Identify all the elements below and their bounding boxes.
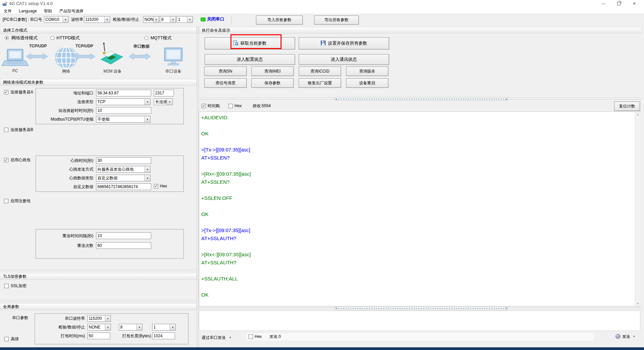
radio-httpd-mode[interactable] (50, 36, 54, 40)
import-params-button[interactable]: 导入所有参数 (256, 15, 303, 25)
send-text-area[interactable] (199, 311, 640, 331)
server-address-input[interactable]: 58.34.63.87 (96, 90, 151, 96)
send-options-strip (247, 333, 593, 341)
conn-type-select[interactable]: TCP▼ (96, 98, 151, 105)
reconnect-times-input[interactable]: 60 (96, 242, 151, 249)
menu-language[interactable]: Language (16, 8, 40, 14)
sp-stopbits-select[interactable]: 1▼ (152, 324, 176, 331)
baud-select[interactable]: 115200▼ (84, 16, 110, 23)
send-button[interactable]: 发送 (622, 333, 630, 340)
chevron-down-icon: ▼ (104, 16, 110, 23)
ssl-label[interactable]: SSL加密 (11, 282, 27, 289)
pack-time-input[interactable]: 50 (87, 333, 110, 339)
radio-mqtt-mode[interactable] (144, 36, 148, 40)
enter-comm-button[interactable]: 进入通讯状态 (299, 54, 389, 65)
hb-hex-label[interactable]: Hex (160, 183, 167, 189)
reconnect-interval-input[interactable]: 10 (96, 232, 151, 239)
sp-parity-select[interactable]: NONE▼ (87, 324, 111, 331)
scroll-down-icon[interactable]: ▾ (635, 301, 640, 306)
query-version-button[interactable]: 查询版本 (346, 67, 388, 76)
factory-reset-button[interactable]: 恢复出厂设置 (299, 78, 341, 88)
httpd-mode-label[interactable]: HTTPD模式 (56, 35, 80, 41)
pack-len-input[interactable]: 1024 (152, 333, 175, 339)
set-save-params-button[interactable]: 设置并保存所有参数 (299, 37, 389, 49)
recv-hex-label[interactable]: Hex (234, 102, 242, 109)
scroll-up-icon[interactable]: ▴ (635, 112, 640, 117)
advanced-label[interactable]: 高级 (11, 336, 19, 342)
radio-transparent-mode[interactable] (5, 36, 9, 40)
timestamp-checkbox[interactable] (202, 104, 206, 108)
hb-way-select[interactable]: 向服务器发送心跳包▼ (96, 166, 151, 173)
register-label[interactable]: 启用注册包 (10, 198, 31, 204)
server-a-label[interactable]: 连接服务器A (10, 89, 33, 95)
mqtt-mode-label[interactable]: MQTT模式 (151, 35, 172, 41)
chevron-down-icon: ▼ (144, 166, 150, 172)
query-sn-button[interactable]: 查询SN (204, 67, 247, 76)
heartbeat-label[interactable]: 启用心跳包 (10, 157, 31, 163)
query-imei-button[interactable]: 查询IMEI (251, 67, 294, 76)
databits-select[interactable]: 8▼ (160, 16, 176, 23)
short-timeout-input[interactable]: 10 (96, 107, 151, 114)
log-line: AT+SSLEN? (201, 179, 640, 187)
minimize-button[interactable] (598, 0, 609, 7)
send-splitter-handle[interactable]: ▼ ▼ (335, 307, 508, 310)
register-checkbox[interactable] (4, 199, 8, 203)
address-port-label: 地址和端口 (37, 90, 93, 96)
save-params-button[interactable]: 保存参数 (251, 78, 294, 88)
hb-data-input[interactable]: 686561727462656174 (96, 183, 151, 190)
close-icon: × (633, 1, 636, 7)
query-iccid-button[interactable]: 查询ICCID (299, 67, 341, 76)
server-port-input[interactable]: 2317 (154, 90, 174, 96)
close-button[interactable]: × (629, 0, 640, 7)
parity-select[interactable]: NONI▼ (143, 16, 159, 23)
chevron-down-icon: ▼ (144, 116, 150, 122)
sp-baud-label: 串口波特率 (37, 315, 85, 322)
device-restart-button[interactable]: 设备重启 (346, 78, 388, 88)
sp-databits-select[interactable]: 8▼ (119, 324, 142, 331)
com-port-select[interactable]: COM10▼ (44, 16, 69, 23)
stopbits-select[interactable]: 1▼ (177, 16, 193, 23)
timestamp-label[interactable]: 时间戳 (208, 102, 220, 109)
sp-baud-select[interactable]: 115200▼ (87, 315, 111, 322)
transparent-mode-label[interactable]: 网络透传模式 (11, 35, 38, 41)
ssl-checkbox[interactable] (4, 284, 9, 288)
serial-toolbar: [PC串口参数] : 串口号 COM10▼ 波特率 115200▼ 检验/数据/… (0, 14, 644, 26)
send-via-serial-button[interactable]: 通过串口发送 (202, 334, 226, 341)
log-splitter-handle[interactable]: ▲ ▲ (335, 97, 508, 101)
enter-config-button[interactable]: 进入配置状态 (205, 54, 295, 65)
export-params-button[interactable]: 导出所有参数 (314, 15, 359, 25)
chevron-down-icon[interactable]: ▼ (633, 335, 635, 338)
send-hex-label[interactable]: Hex (255, 333, 262, 340)
conn-type-label: 连接类型 (37, 98, 93, 105)
chevron-down-icon: ▼ (136, 324, 142, 330)
send-hex-checkbox[interactable] (249, 335, 253, 339)
chevron-down-icon: ▼ (153, 16, 159, 23)
query-signal-button[interactable]: 查信号强度 (204, 78, 247, 88)
heartbeat-checkbox[interactable] (4, 158, 8, 162)
log-area[interactable]: +ALIDEVID: OK >[Tx->][09:07:35][asc] AT+… (199, 112, 640, 306)
log-line (201, 139, 640, 147)
restore-button[interactable] (613, 0, 624, 7)
triangle-up-icon: ▲ (335, 98, 338, 100)
server-b-checkbox[interactable] (4, 128, 8, 132)
pc-icon (2, 49, 28, 65)
hb-type-select[interactable]: 自定义数据▼ (96, 175, 151, 181)
serial-group-label: 串口参数 (12, 314, 28, 321)
chevron-down-icon[interactable]: ▼ (229, 336, 231, 339)
close-port-button[interactable]: 关闭串口 (207, 16, 224, 23)
recv-hex-checkbox[interactable] (228, 104, 233, 108)
server-a-checkbox[interactable] (4, 90, 8, 94)
reset-counter-button[interactable]: 复位计数 (614, 101, 640, 111)
log-scrollbar[interactable]: ▴ ▾ (635, 112, 640, 306)
recv-count-label: 接收:5554 (253, 102, 271, 109)
hb-time-input[interactable]: 30 (96, 157, 151, 164)
command-header: 执行命令及提示 (199, 27, 642, 34)
log-line (201, 244, 640, 252)
hb-hex-checkbox[interactable] (154, 184, 158, 188)
log-line: AT+SSLEN? (201, 155, 640, 163)
conn-mode-select[interactable]: 长连接▼ (154, 98, 173, 105)
server-b-label[interactable]: 连接服务器B (10, 126, 33, 133)
modbus-select[interactable]: 不使能▼ (96, 116, 151, 123)
advanced-checkbox[interactable] (4, 337, 9, 341)
log-line: >[Rx<-][09:07:35][asc] (201, 252, 640, 260)
